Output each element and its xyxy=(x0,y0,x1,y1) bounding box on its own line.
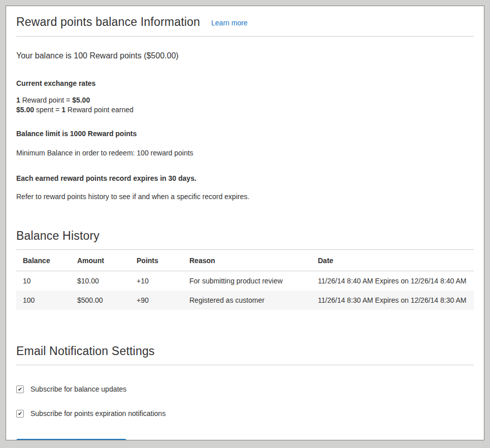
cell-balance: 10 xyxy=(16,271,71,291)
balance-history-heading: Balance History xyxy=(16,228,474,243)
balance-limit-notice: Balance limit is 1000 Reward points xyxy=(16,129,474,139)
exchange-rates-heading: Current exchange rates xyxy=(16,79,474,88)
cell-points: +10 xyxy=(130,271,183,291)
balance-updates-option: ✔ Subscribe for balance updates xyxy=(16,385,474,393)
column-header-reason: Reason xyxy=(183,250,311,271)
reward-points-panel: Reward points balance Information Learn … xyxy=(6,6,484,440)
balance-history-table: Balance Amount Points Reason Date 10 $10… xyxy=(16,249,474,310)
points-expiration-label[interactable]: Subscribe for points expiration notifica… xyxy=(30,409,166,418)
earn-points: 1 xyxy=(61,106,66,114)
balance-updates-checkbox[interactable]: ✔ xyxy=(16,386,24,393)
page-header: Reward points balance Information Learn … xyxy=(16,6,474,37)
balance-updates-label[interactable]: Subscribe for balance updates xyxy=(30,385,126,393)
section-divider xyxy=(16,365,474,365)
learn-more-link[interactable]: Learn more xyxy=(211,19,248,27)
rate-text: Reward point = xyxy=(20,96,72,104)
rate-value: $5.00 xyxy=(72,96,90,104)
table-row: 10 $10.00 +10 For submitting product rev… xyxy=(16,271,474,291)
cell-points: +90 xyxy=(130,291,183,310)
save-subscription-settings-button[interactable]: Save Subscription Settings xyxy=(16,439,126,440)
earn-text1: spent = xyxy=(34,106,61,114)
expiry-notice: Each earned reward points record expires… xyxy=(16,174,474,183)
points-expiration-checkbox[interactable]: ✔ xyxy=(16,410,24,418)
cell-date: 11/26/14 8:40 AM Expires on 12/26/14 8:4… xyxy=(311,271,474,291)
cell-balance: 100 xyxy=(16,291,71,310)
cell-reason: Registered as customer xyxy=(183,291,311,310)
exchange-rates: 1 Reward point = $5.00 $5.00 spent = 1 R… xyxy=(16,95,474,115)
earn-value: $5.00 xyxy=(16,106,34,114)
page-title: Reward points balance Information xyxy=(16,14,200,30)
balance-message: Your balance is 100 Reward points ($500.… xyxy=(16,50,474,61)
points-expiration-option: ✔ Subscribe for points expiration notifi… xyxy=(16,409,474,418)
email-notification-heading: Email Notification Settings xyxy=(16,343,474,359)
cell-reason: For submitting product review xyxy=(183,271,311,291)
expiry-note: Refer to reward points history to see if… xyxy=(16,192,474,202)
earn-text2: Reward point earned xyxy=(66,106,134,114)
cell-amount: $500.00 xyxy=(71,291,130,310)
table-header-row: Balance Amount Points Reason Date xyxy=(16,250,474,271)
minimum-balance-notice: Minimum Balance in order to redeem: 100 … xyxy=(16,148,474,158)
rate-points: 1 xyxy=(16,96,20,104)
column-header-balance: Balance xyxy=(16,250,71,271)
column-header-points: Points xyxy=(130,250,183,271)
column-header-date: Date xyxy=(311,250,474,271)
column-header-amount: Amount xyxy=(71,250,130,271)
cell-amount: $10.00 xyxy=(71,271,130,291)
table-row: 100 $500.00 +90 Registered as customer 1… xyxy=(16,291,474,310)
cell-date: 11/26/14 8:30 AM Expires on 12/26/14 8:3… xyxy=(311,291,474,310)
